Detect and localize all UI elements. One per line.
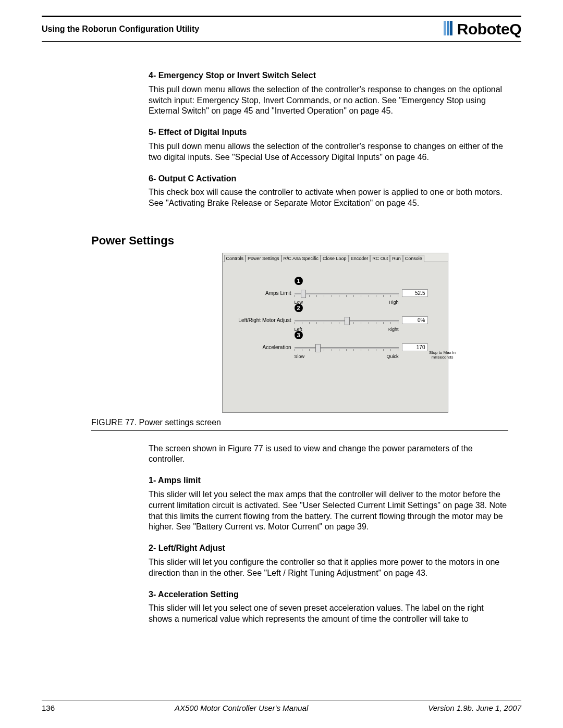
svg-rect-2 [450,21,452,35]
post-section-3: 3- Acceleration Setting This slider will… [149,589,508,625]
screenshot-wrapper: ControlsPower SettingsR/C Ana SpecificCl… [149,253,521,413]
slider-track [295,293,399,294]
slider-thumb[interactable] [315,344,321,352]
footer-version: Version 1.9b. June 1, 2007 [428,704,521,712]
post-section-1-heading: 1- Amps limit [149,475,508,486]
post-section-2-heading: 2- Left/Right Adjust [149,543,508,554]
brand-name: RoboteQ [457,20,521,38]
brand-logo: RoboteQ [444,20,521,38]
upper-content: 4- Emergency Stop or Invert Switch Selec… [149,70,508,209]
svg-rect-1 [447,21,449,35]
slider-label-1: Amps Limit [229,290,291,296]
tab-rc-out[interactable]: RC Out [370,255,390,262]
tab-close-loop[interactable]: Close Loop [321,255,349,262]
power-settings-title: Power Settings [91,234,521,248]
section-6-body: This check box will cause the controller… [149,187,508,209]
slider-end-labels-3: SlowQuick [295,354,399,359]
post-figure-intro: The screen shown in Figure 77 is used to… [149,443,508,465]
page-footer: 136 AX500 Motor Controller User's Manual… [42,700,521,712]
tab-console[interactable]: Console [403,255,424,262]
footer-manual-title: AX500 Motor Controller User's Manual [175,704,308,712]
tab-r-c-ana-specific[interactable]: R/C Ana Specific [282,255,321,262]
section-6: 6- Output C Activation This check box wi… [149,174,508,209]
slider-value-3: 170 [402,343,428,351]
slider-end-labels-1: LowHigh [295,300,399,305]
post-section-3-body: This slider will let you select one of s… [149,603,508,625]
panel-body: Amps Limit152.5LowHighLeft/Right Motor A… [223,262,448,412]
page-number: 136 [42,704,55,712]
tab-encoder[interactable]: Encoder [349,255,371,262]
callout-badge-2: 2 [295,304,303,312]
slider-right-end: High [389,300,399,305]
callout-badge-1: 1 [295,277,303,285]
slider-right-end: Quick [386,354,398,359]
tab-run[interactable]: Run [390,255,403,262]
section-4-heading: 4- Emergency Stop or Invert Switch Selec… [149,70,508,81]
slider-label-3: Acceleration [229,344,291,350]
post-section-3-heading: 3- Acceleration Setting [149,589,508,600]
section-5-body: This pull down menu allows the selection… [149,141,508,163]
page-header: Using the Roborun Configuration Utility … [42,20,521,42]
slider-value-2: 0% [402,316,428,324]
power-settings-screenshot: ControlsPower SettingsR/C Ana SpecificCl… [222,253,448,413]
section-4-body: This pull down menu allows the selection… [149,84,508,117]
slider-track [295,347,399,349]
slider-row-1: Amps Limit152.5 [229,288,442,299]
manual-page: Using the Roborun Configuration Utility … [0,0,563,728]
slider-value-1: 52.5 [402,289,428,297]
figure-caption: FIGURE 77. Power settings screen [91,418,521,427]
slider-right-end: Right [387,327,398,332]
header-section-title: Using the Roborun Configuration Utility [42,24,199,34]
tab-power-settings[interactable]: Power Settings [246,255,282,262]
svg-rect-0 [444,21,446,35]
slider-thumb[interactable] [301,290,306,298]
slider-label-2: Left/Right Motor Adjust [229,317,291,323]
section-4: 4- Emergency Stop or Invert Switch Selec… [149,70,508,117]
slider-left-end: Slow [295,354,305,359]
slider-thumb[interactable] [345,317,350,325]
slider-ticks [295,349,399,351]
post-section-1: 1- Amps limit This slider will let you s… [149,475,508,533]
slider-row-3: Acceleration3170 [229,342,442,353]
section-5: 5- Effect of Digital Inputs This pull do… [149,127,508,163]
post-section-1-body: This slider will let you select the max … [149,489,508,533]
slider-1[interactable]: 1 [295,288,399,299]
callout-badge-3: 3 [295,331,303,339]
section-5-heading: 5- Effect of Digital Inputs [149,127,508,138]
slider-row-2: Left/Right Motor Adjust20% [229,315,442,326]
slider-ticks [295,295,399,297]
top-rule [42,16,521,17]
slider-2[interactable]: 2 [295,315,399,326]
slider-sublabel-3: Stop to Max in miliseconds [427,351,458,360]
slider-end-labels-2: LeftRight [295,327,399,332]
section-6-heading: 6- Output C Activation [149,174,508,184]
post-section-2: 2- Left/Right Adjust This slider will le… [149,543,508,578]
tab-controls[interactable]: Controls [224,255,246,262]
logo-bars-icon [444,21,455,38]
figure-caption-rule [91,430,508,431]
lower-content: The screen shown in Figure 77 is used to… [149,443,508,625]
post-section-2-body: This slider will let you configure the c… [149,557,508,579]
slider-3[interactable]: 3 [295,342,399,353]
tab-strip: ControlsPower SettingsR/C Ana SpecificCl… [223,253,448,262]
